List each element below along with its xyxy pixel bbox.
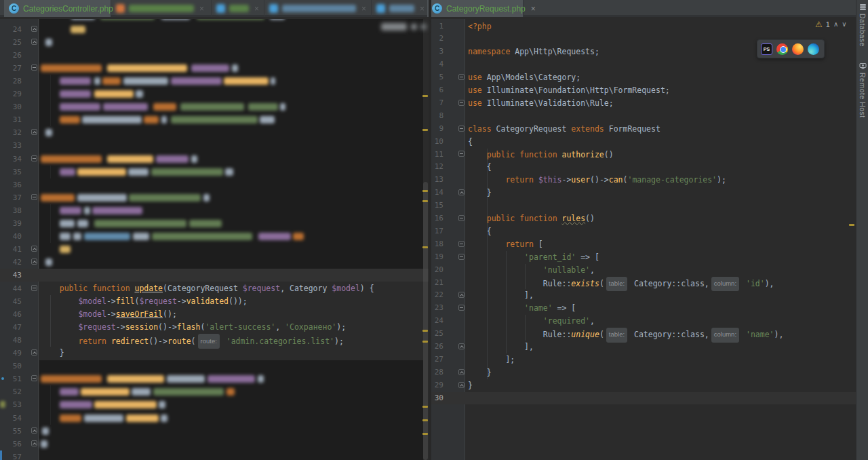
edge-icon[interactable]: [808, 43, 819, 55]
left-inspection-chevrons-blurred[interactable]: [411, 24, 417, 30]
warning-stripe-mark[interactable]: [422, 246, 428, 248]
chrome-icon[interactable]: [776, 43, 788, 55]
fold-marker[interactable]: [458, 369, 465, 375]
warning-stripe-mark[interactable]: [422, 190, 428, 192]
blurred-code-segment: [60, 388, 79, 396]
tab-close-icon[interactable]: ×: [199, 5, 204, 13]
tool-button-remote-host-label: Remote Host: [859, 73, 867, 118]
editor-tab-blurred[interactable]: ×: [212, 0, 264, 17]
next-warning-icon[interactable]: ∨: [842, 21, 846, 28]
fold-marker[interactable]: [458, 254, 465, 260]
fold-marker[interactable]: [458, 151, 465, 157]
line-number: 40: [0, 230, 22, 243]
warning-stripe-mark[interactable]: [422, 129, 428, 131]
firefox-icon[interactable]: [792, 43, 804, 55]
fold-marker[interactable]: [458, 74, 465, 80]
fold-marker[interactable]: [31, 39, 37, 45]
editor-pane-right[interactable]: 1<?php23namespace App\Http\Requests;45us…: [431, 19, 856, 460]
code-line: 43: [0, 269, 429, 282]
fold-marker[interactable]: [458, 343, 465, 349]
fold-marker[interactable]: [31, 26, 37, 32]
code-line: 18 return [: [431, 238, 856, 251]
fold-marker[interactable]: [31, 375, 37, 381]
warning-stripe-mark[interactable]: [422, 341, 428, 343]
fold-marker[interactable]: [31, 258, 37, 265]
fold-marker[interactable]: [458, 382, 465, 388]
warning-stripe-mark[interactable]: [422, 95, 428, 97]
line-number: 27: [431, 353, 443, 366]
editor-pane-left[interactable]: 2324252627282930313233343536373839404142…: [0, 19, 429, 460]
line-number: 8: [431, 110, 443, 123]
fold-marker[interactable]: [31, 349, 37, 356]
code-text: $model->fill($request->validated());: [41, 295, 248, 308]
fold-marker[interactable]: [458, 189, 465, 195]
fold-marker[interactable]: [458, 241, 465, 247]
fold-marker[interactable]: [31, 246, 37, 252]
blurred-code-segment: [41, 440, 47, 448]
tab-label-blurred: [129, 5, 194, 12]
file-icon-blurred: [216, 4, 225, 13]
code-line: 26 ],: [431, 341, 856, 353]
blue-strip-gutter-marker: [0, 451, 2, 460]
fold-marker[interactable]: [31, 285, 37, 291]
editor-tab-blurred[interactable]: ×: [111, 0, 212, 17]
fold-marker[interactable]: [458, 100, 465, 106]
warning-stripe-mark[interactable]: [422, 433, 428, 435]
scrollbar-thumb[interactable]: [423, 182, 428, 460]
blurred-code-segment: [208, 375, 255, 383]
line-number: 25: [431, 328, 443, 341]
blurred-code-segment: [45, 39, 52, 46]
blurred-code-segment: [103, 103, 148, 111]
code-text: use Illuminate\Validation\Rule;: [468, 97, 614, 110]
tool-button-remote-host[interactable]: Remote Host: [856, 62, 868, 118]
code-line: 24 'required',: [431, 315, 856, 328]
tab-close-icon[interactable]: ×: [361, 5, 366, 13]
warning-stripe-mark[interactable]: [422, 200, 428, 202]
fold-marker[interactable]: [31, 427, 37, 434]
warning-stripe-mark[interactable]: [422, 419, 428, 421]
phpstorm-window: C CategoriesController.php × × × × ×C Ca…: [0, 0, 868, 460]
inspection-widget[interactable]: ⚠ 1 ∧ ∨: [815, 20, 847, 28]
line-number: 45: [0, 295, 22, 308]
fold-marker[interactable]: [31, 129, 37, 135]
editor-tab[interactable]: C CategoryRequest.php ×: [427, 0, 524, 17]
tab-close-icon[interactable]: ×: [420, 5, 425, 13]
left-inspection-widget-blurred[interactable]: [381, 23, 407, 31]
code-line: 30: [431, 392, 856, 405]
blurred-code-segment: [73, 233, 81, 240]
fold-marker[interactable]: [458, 292, 465, 298]
tool-button-database[interactable]: Database: [856, 3, 868, 47]
tool-window-bar-right: Database Remote Host: [856, 0, 868, 460]
fold-marker[interactable]: [458, 126, 465, 132]
phpstorm-preview-icon[interactable]: PS: [761, 43, 772, 55]
blurred-code-segment: [60, 233, 71, 240]
warning-stripe-mark[interactable]: [849, 224, 854, 226]
editor-tab[interactable]: C CategoriesController.php ×: [4, 0, 111, 17]
blurred-code-segment: [60, 246, 71, 253]
code-line: 12 {: [431, 161, 856, 174]
fold-marker[interactable]: [31, 440, 37, 446]
tab-close-icon[interactable]: ×: [254, 5, 259, 13]
fold-marker[interactable]: [31, 194, 37, 200]
warning-stripe-mark[interactable]: [422, 330, 428, 332]
fold-marker[interactable]: [31, 155, 37, 161]
blurred-code-segment: [41, 64, 102, 72]
previous-warning-icon[interactable]: ∧: [833, 21, 838, 28]
line-number: 32: [0, 126, 22, 139]
left-inspection-chevrons-blurred-2[interactable]: [420, 24, 427, 30]
editor-tab-blurred[interactable]: ×: [372, 0, 430, 17]
blurred-code-segment: [94, 220, 186, 227]
editor-tab-blurred[interactable]: ×: [264, 0, 372, 17]
fold-marker[interactable]: [458, 305, 465, 311]
warning-stripe-mark[interactable]: [422, 406, 428, 408]
fold-marker[interactable]: [458, 215, 465, 221]
line-number: 23: [431, 302, 443, 315]
line-number: 21: [431, 277, 443, 290]
fold-marker[interactable]: [31, 64, 37, 71]
line-number: 22: [431, 289, 443, 302]
line-number: 14: [431, 187, 443, 199]
blurred-code-segment: [41, 155, 102, 163]
code-line: 5use App\Models\Category;: [431, 71, 856, 84]
tab-close-icon[interactable]: ×: [531, 5, 536, 13]
php-class-icon: C: [432, 3, 442, 14]
